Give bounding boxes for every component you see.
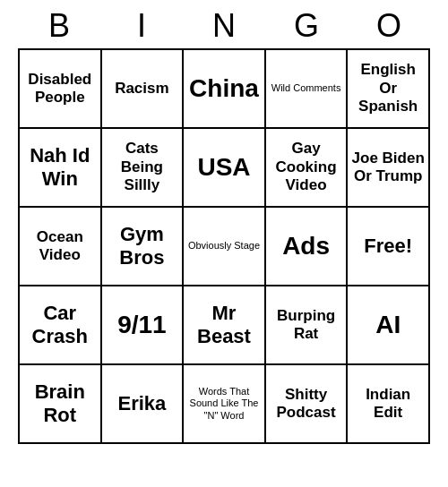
bingo-row-0: Disabled PeopleRacismChinaWild CommentsE…: [20, 50, 430, 129]
bingo-cell-2-1: Gym Bros: [102, 208, 185, 286]
bingo-cell-4-3: Shitty Podcast: [266, 365, 349, 444]
bingo-header: BINGO: [18, 0, 430, 48]
bingo-row-2: Ocean VideoGym BrosObviously StageAdsFre…: [20, 208, 430, 286]
bingo-cell-3-4: AI: [348, 286, 430, 365]
bingo-cell-0-3: Wild Comments: [266, 50, 349, 129]
bingo-cell-0-4: English Or Spanish: [348, 50, 430, 129]
bingo-cell-3-3: Burping Rat: [266, 286, 349, 365]
bingo-cell-4-4: Indian Edit: [348, 365, 430, 444]
bingo-letter-i: I: [102, 7, 181, 45]
bingo-cell-2-2: Obviously Stage: [184, 208, 266, 286]
bingo-cell-0-2: China: [184, 50, 266, 129]
bingo-cell-1-0: Nah Id Win: [20, 129, 102, 208]
bingo-cell-4-1: Erika: [102, 365, 185, 444]
bingo-cell-1-4: Joe Biden Or Trump: [348, 129, 430, 208]
bingo-cell-2-3: Ads: [266, 208, 349, 286]
bingo-cell-1-3: Gay Cooking Video: [266, 129, 349, 208]
bingo-cell-4-2: Words That Sound Like The "N" Word: [184, 365, 266, 444]
bingo-cell-4-0: Brain Rot: [20, 365, 102, 444]
bingo-cell-3-1: 9/11: [102, 286, 185, 365]
bingo-row-3: Car Crash9/11Mr BeastBurping RatAI: [20, 286, 430, 365]
bingo-cell-0-1: Racism: [102, 50, 185, 129]
bingo-letter-b: B: [20, 7, 99, 45]
bingo-letter-g: G: [267, 7, 346, 45]
bingo-grid: Disabled PeopleRacismChinaWild CommentsE…: [18, 48, 430, 444]
bingo-cell-2-4: Free!: [348, 208, 430, 286]
bingo-cell-1-1: Cats Being Sillly: [102, 129, 185, 208]
bingo-letter-n: N: [185, 7, 263, 45]
bingo-cell-0-0: Disabled People: [20, 50, 102, 129]
bingo-cell-3-2: Mr Beast: [184, 286, 266, 365]
bingo-row-1: Nah Id WinCats Being SilllyUSAGay Cookin…: [20, 129, 430, 208]
bingo-letter-o: O: [349, 7, 428, 45]
bingo-cell-1-2: USA: [184, 129, 266, 208]
bingo-row-4: Brain RotErikaWords That Sound Like The …: [20, 365, 430, 444]
bingo-cell-2-0: Ocean Video: [20, 208, 102, 286]
bingo-cell-3-0: Car Crash: [20, 286, 102, 365]
